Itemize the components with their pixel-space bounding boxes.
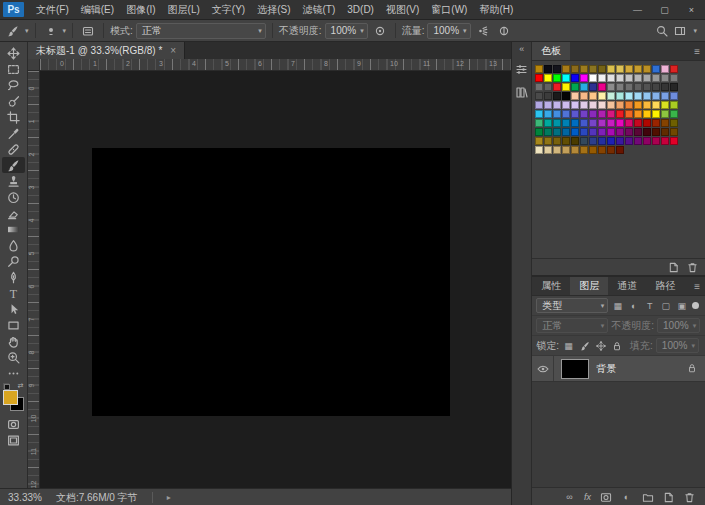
swatch[interactable] <box>670 74 678 82</box>
fill-select[interactable]: 100% ▾ <box>656 338 699 353</box>
swatch[interactable] <box>535 128 543 136</box>
libraries-panel-icon[interactable] <box>514 85 529 100</box>
swatch[interactable] <box>616 146 624 154</box>
search-icon[interactable] <box>656 25 668 37</box>
swatch[interactable] <box>643 83 651 91</box>
swatch[interactable] <box>670 65 678 73</box>
swatch[interactable] <box>571 110 579 118</box>
tool-blur[interactable] <box>2 237 25 253</box>
swatch[interactable] <box>580 128 588 136</box>
tool-spot-healing-brush[interactable] <box>2 141 25 157</box>
swatch[interactable] <box>598 74 606 82</box>
swatch[interactable] <box>670 92 678 100</box>
tool-path-selection[interactable] <box>2 301 25 317</box>
layer-thumbnail[interactable] <box>561 359 589 379</box>
swatch[interactable] <box>598 65 606 73</box>
swatch[interactable] <box>625 74 633 82</box>
new-adjustment-layer-icon[interactable]: ◐ <box>620 491 633 504</box>
swatch[interactable] <box>670 137 678 145</box>
swatch[interactable] <box>589 137 597 145</box>
swatch[interactable] <box>553 83 561 91</box>
swatch[interactable] <box>571 65 579 73</box>
swatch[interactable] <box>607 146 615 154</box>
tab-paths[interactable]: 路径 <box>646 277 684 295</box>
tool-eraser[interactable] <box>2 205 25 221</box>
swatch[interactable] <box>652 65 660 73</box>
filter-adjustment-layers-icon[interactable]: ◐ <box>627 299 640 312</box>
swatch[interactable] <box>670 110 678 118</box>
swatch[interactable] <box>589 110 597 118</box>
filter-smart-objects-icon[interactable]: ▣ <box>675 299 688 312</box>
swatch[interactable] <box>535 83 543 91</box>
tool-gradient[interactable] <box>2 221 25 237</box>
workspace-switcher-icon[interactable] <box>674 25 687 37</box>
layer-blend-mode-select[interactable]: 正常 ▾ <box>536 318 608 333</box>
tool-quick-mask[interactable] <box>2 416 25 432</box>
swatch[interactable] <box>661 65 669 73</box>
swatch[interactable] <box>544 92 552 100</box>
swatch[interactable] <box>562 119 570 127</box>
swatch[interactable] <box>553 146 561 154</box>
lock-pixels-icon[interactable] <box>578 339 591 352</box>
layer-row[interactable]: 背景 <box>532 356 705 382</box>
tool-zoom[interactable] <box>2 349 25 365</box>
swatch[interactable] <box>544 65 552 73</box>
swatch[interactable] <box>634 92 642 100</box>
swatch[interactable] <box>607 137 615 145</box>
swatch[interactable] <box>580 65 588 73</box>
default-colors-icon[interactable] <box>3 383 10 390</box>
tool-quick-selection[interactable] <box>2 93 25 109</box>
swatch[interactable] <box>544 101 552 109</box>
swatch[interactable] <box>553 74 561 82</box>
foreground-color-swatch[interactable] <box>3 390 18 405</box>
swatch[interactable] <box>589 128 597 136</box>
layer-filter-select[interactable]: 类型 ▾ <box>536 298 608 313</box>
tool-crop[interactable] <box>2 109 25 125</box>
tool-pen[interactable] <box>2 269 25 285</box>
tool-move[interactable] <box>2 45 25 61</box>
layer-style-icon[interactable]: fx <box>584 492 591 502</box>
swatch[interactable] <box>634 128 642 136</box>
swatch[interactable] <box>562 110 570 118</box>
swatch[interactable] <box>616 137 624 145</box>
swatch[interactable] <box>652 101 660 109</box>
swatch[interactable] <box>625 83 633 91</box>
swatch[interactable] <box>580 74 588 82</box>
swatch[interactable] <box>607 128 615 136</box>
menu-item-7[interactable]: 3D(D) <box>341 4 380 15</box>
tool-dodge[interactable] <box>2 253 25 269</box>
swatch[interactable] <box>580 110 588 118</box>
layer-visibility-toggle[interactable] <box>532 356 554 381</box>
collapse-dock-icon[interactable]: « <box>519 44 524 54</box>
swatch[interactable] <box>643 92 651 100</box>
tool-type[interactable]: T <box>2 285 25 301</box>
lock-position-icon[interactable] <box>594 339 607 352</box>
swatch[interactable] <box>625 101 633 109</box>
swatch[interactable] <box>544 74 552 82</box>
swatch[interactable] <box>625 92 633 100</box>
swatch[interactable] <box>571 137 579 145</box>
swatch[interactable] <box>616 92 624 100</box>
menu-item-0[interactable]: 文件(F) <box>30 4 75 15</box>
swatch[interactable] <box>562 74 570 82</box>
menu-item-4[interactable]: 文字(Y) <box>206 4 251 15</box>
filter-toggle-icon[interactable] <box>692 302 699 309</box>
swatch[interactable] <box>562 92 570 100</box>
swatch[interactable] <box>580 92 588 100</box>
swatch[interactable] <box>562 101 570 109</box>
swatch[interactable] <box>571 92 579 100</box>
swatch[interactable] <box>589 92 597 100</box>
swatch[interactable] <box>661 74 669 82</box>
swatch[interactable] <box>616 83 624 91</box>
swatch[interactable] <box>571 74 579 82</box>
menu-item-10[interactable]: 帮助(H) <box>473 4 519 15</box>
swatch[interactable] <box>544 128 552 136</box>
swatch[interactable] <box>589 101 597 109</box>
pressure-opacity-button[interactable] <box>371 23 389 39</box>
menu-item-5[interactable]: 选择(S) <box>251 4 296 15</box>
swatch[interactable] <box>535 119 543 127</box>
swatch[interactable] <box>544 110 552 118</box>
swatch[interactable] <box>589 74 597 82</box>
blend-mode-select[interactable]: 正常 ▾ <box>136 23 266 39</box>
swatch[interactable] <box>535 137 543 145</box>
